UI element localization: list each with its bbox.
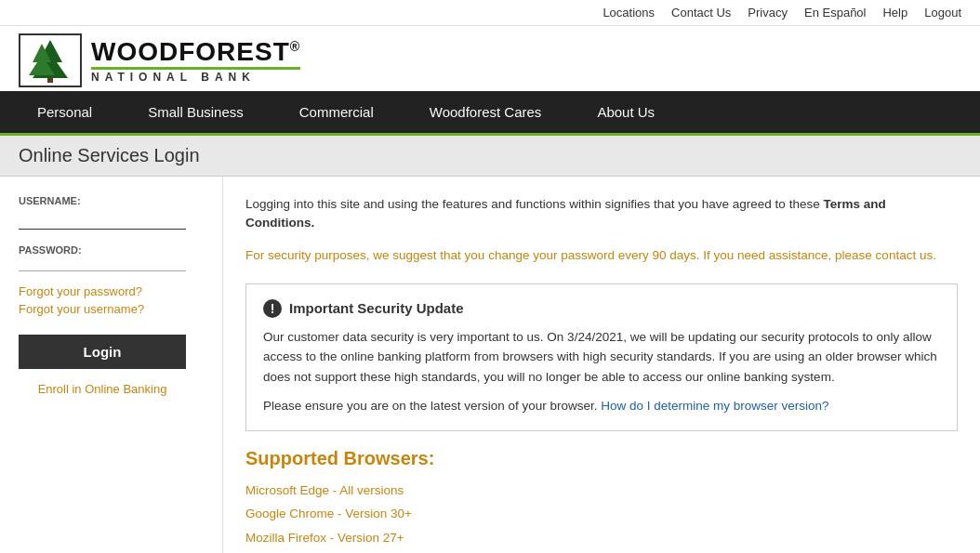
login-button[interactable]: Login xyxy=(19,335,186,369)
nav-personal[interactable]: Personal xyxy=(9,91,120,133)
nav-logout[interactable]: Logout xyxy=(924,6,961,20)
nav-help[interactable]: Help xyxy=(882,6,907,20)
top-bar: Locations Contact Us Privacy En Español … xyxy=(0,0,980,26)
security-update-body: Our customer data security is very impor… xyxy=(263,327,940,388)
forgot-username-link[interactable]: Forgot your username? xyxy=(19,302,204,316)
supported-browsers-title: Supported Browsers: xyxy=(245,448,958,469)
nav-privacy[interactable]: Privacy xyxy=(748,6,788,20)
security-note: For security purposes, we suggest that y… xyxy=(245,246,958,265)
logo-box xyxy=(19,33,82,87)
page-title: Online Services Login xyxy=(19,145,961,166)
list-item: Microsoft Edge - All versions xyxy=(245,479,958,503)
password-label: PASSWORD: xyxy=(19,244,204,256)
nav-about-us[interactable]: About Us xyxy=(569,91,682,133)
logo-area: WOODFOREST® NATIONAL BANK xyxy=(19,33,300,87)
forgot-password-link[interactable]: Forgot your password? xyxy=(19,284,204,298)
forgot-links: Forgot your password? Forgot your userna… xyxy=(19,284,204,316)
list-item: Google Chrome - Version 30+ xyxy=(245,502,958,526)
username-field: USERNAME: xyxy=(19,195,204,230)
page-title-bar: Online Services Login xyxy=(0,136,980,177)
username-input[interactable] xyxy=(19,210,186,230)
nav-bar: Personal Small Business Commercial Woodf… xyxy=(0,91,980,136)
security-update-title: ! Important Security Update xyxy=(263,299,940,318)
left-panel: USERNAME: PASSWORD: Forgot your password… xyxy=(0,177,223,553)
right-panel: Logging into this site and using the fea… xyxy=(223,177,980,553)
browser-list: Microsoft Edge - All versions Google Chr… xyxy=(245,479,958,553)
terms-text: Logging into this site and using the fea… xyxy=(245,195,958,233)
brand-text: WOODFOREST® NATIONAL BANK xyxy=(91,39,300,83)
nav-commercial[interactable]: Commercial xyxy=(271,91,402,133)
divider xyxy=(19,270,186,271)
header: WOODFOREST® NATIONAL BANK xyxy=(0,26,980,91)
green-underline xyxy=(91,67,300,70)
nav-locations[interactable]: Locations xyxy=(603,6,655,20)
browser-version-link[interactable]: How do I determine my browser version? xyxy=(601,399,828,413)
nav-woodforest-cares[interactable]: Woodforest Cares xyxy=(402,91,570,133)
brand-reg: ® xyxy=(290,38,300,53)
list-item: Mozilla Firefox - Version 27+ xyxy=(245,526,958,550)
nav-small-business[interactable]: Small Business xyxy=(120,91,271,133)
alert-icon: ! xyxy=(263,299,282,318)
username-label: USERNAME: xyxy=(19,195,204,206)
svg-rect-3 xyxy=(47,78,53,83)
main-content: USERNAME: PASSWORD: Forgot your password… xyxy=(0,177,980,553)
brand-name: WOODFOREST® xyxy=(91,39,300,65)
nav-espanol[interactable]: En Español xyxy=(804,6,867,20)
logo-icon xyxy=(21,36,79,85)
enroll-link[interactable]: Enroll in Online Banking xyxy=(19,382,186,396)
browser-check-line: Please ensure you are on the latest vers… xyxy=(263,397,940,415)
password-field: PASSWORD: xyxy=(19,244,204,256)
nav-contact-us[interactable]: Contact Us xyxy=(671,6,731,20)
brand-sub: NATIONAL BANK xyxy=(91,72,300,83)
security-update-box: ! Important Security Update Our customer… xyxy=(245,283,958,431)
